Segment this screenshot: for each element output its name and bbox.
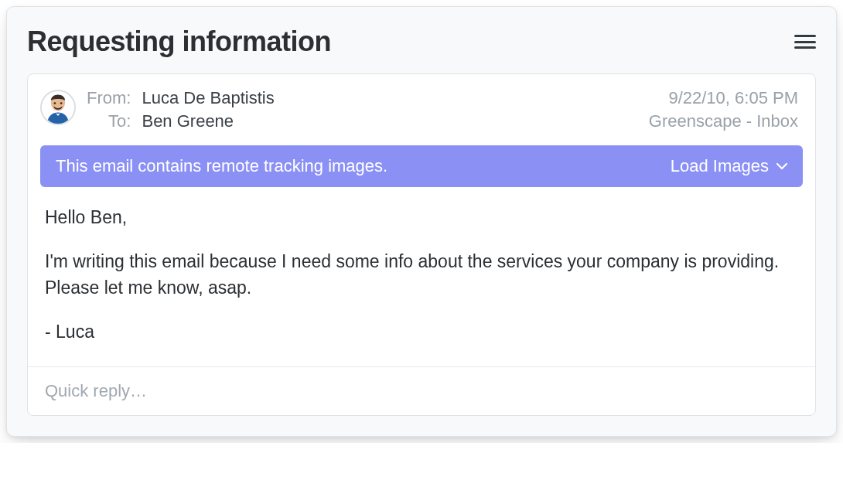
email-timestamp: 9/22/10, 6:05 PM [649, 88, 798, 108]
quick-reply-input[interactable] [45, 381, 798, 401]
email-header: From: Luca De Baptistis To: Ben Greene 9… [28, 74, 815, 145]
email-meta-right: 9/22/10, 6:05 PM Greenscape - Inbox [649, 88, 798, 131]
svg-point-2 [60, 102, 63, 104]
email-meta-left: From: Luca De Baptistis To: Ben Greene [87, 88, 275, 131]
svg-point-1 [54, 102, 56, 104]
load-images-label: Load Images [671, 156, 769, 176]
email-meta: From: Luca De Baptistis To: Ben Greene 9… [87, 88, 798, 131]
panel-title: Requesting information [27, 26, 331, 58]
tracking-warning-bar: This email contains remote tracking imag… [40, 145, 803, 187]
from-label: From: [87, 88, 131, 108]
panel-header: Requesting information [27, 26, 816, 58]
to-label: To: [87, 111, 131, 131]
email-signoff: - Luca [45, 318, 798, 346]
email-body: Hello Ben, I'm writing this email becaus… [28, 204, 815, 366]
from-value: Luca De Baptistis [142, 88, 274, 108]
to-value: Ben Greene [142, 111, 274, 131]
tracking-warning-text: This email contains remote tracking imag… [56, 156, 387, 176]
quick-reply-row [28, 366, 815, 415]
email-card: From: Luca De Baptistis To: Ben Greene 9… [27, 73, 816, 416]
load-images-button[interactable]: Load Images [671, 156, 787, 176]
email-location: Greenscape - Inbox [649, 111, 798, 131]
email-greeting: Hello Ben, [45, 204, 798, 231]
chevron-down-icon [776, 163, 787, 170]
avatar [40, 90, 76, 125]
menu-icon[interactable] [794, 33, 816, 50]
email-paragraph: I'm writing this email because I need so… [45, 248, 798, 301]
email-panel: Requesting information Fr [6, 6, 837, 437]
